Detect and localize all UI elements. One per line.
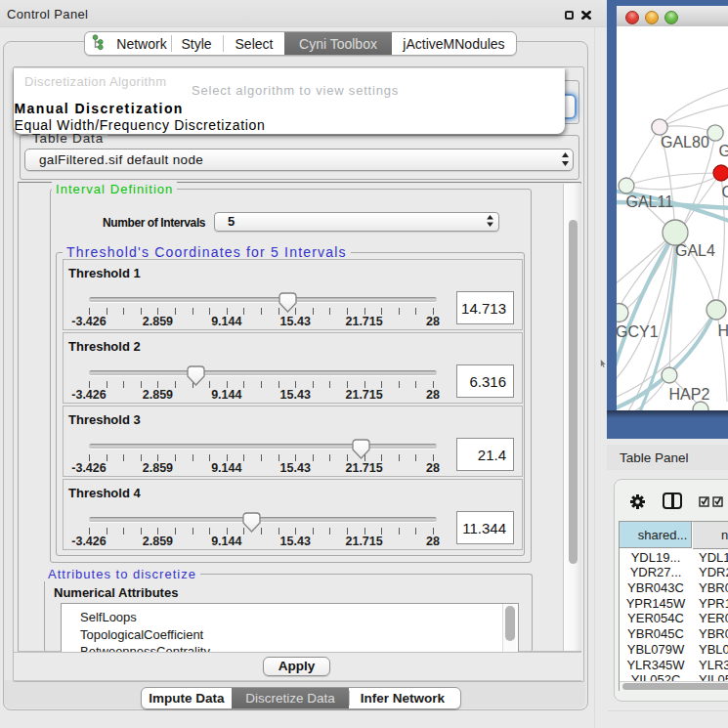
svg-text:GAL80: GAL80 [661,134,709,150]
svg-text:GAL4: GAL4 [675,242,715,259]
svg-text:HAP2: HAP2 [669,386,710,403]
svg-text:GCY1: GCY1 [617,323,659,340]
svg-text:C: C [722,184,728,200]
svg-text:GAL11: GAL11 [626,193,674,210]
svg-text:GA: GA [719,143,728,159]
svg-text:HA: HA [718,322,728,339]
